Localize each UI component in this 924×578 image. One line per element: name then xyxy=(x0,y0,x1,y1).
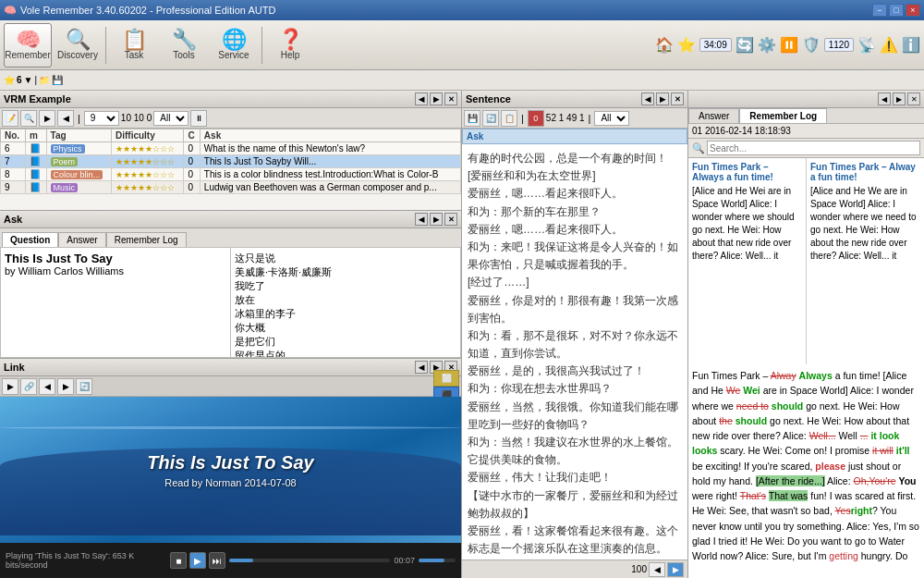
toolbar-help[interactable]: ❓ Help xyxy=(266,23,314,68)
sentence-btn-2[interactable]: 🔄 xyxy=(482,110,499,127)
vrm-btn-1[interactable]: 📝 xyxy=(2,110,18,127)
sentence-content[interactable]: 有趣的时代公园，总是一个有趣的时间！ [爱丽丝和和为在太空世界] 爱丽丝，嗯……… xyxy=(462,144,687,560)
vrm-pause-btn[interactable]: ⏸ xyxy=(190,110,207,127)
vrm-count-display: 10 10 0 xyxy=(121,113,152,123)
rl-green-1: Always xyxy=(799,370,833,381)
table-row[interactable]: 9 📘 Music ★★★★★☆☆☆ 0 Ludwig van Beethove… xyxy=(1,181,461,194)
vrm-nav-prev[interactable]: ◀ xyxy=(415,92,428,105)
toolbar-task[interactable]: 📋 Task xyxy=(110,23,158,68)
link-btn-3[interactable]: ◀ xyxy=(39,378,55,395)
close-button[interactable]: × xyxy=(906,4,920,17)
refresh-icon[interactable]: 🔄 xyxy=(736,36,754,54)
discovery-label: Discovery xyxy=(57,50,98,60)
warning-icon[interactable]: ⚠️ xyxy=(880,36,898,54)
sentence-title: Sentence xyxy=(466,93,511,105)
right-panel: ◀ ▶ ✕ Answer Remember Log 01 2016-02-14 … xyxy=(688,91,924,578)
tab-answer[interactable]: Answer xyxy=(58,232,105,247)
table-row[interactable]: 8 📘 Colour blin... ★★★★★☆☆☆ 0 This is a … xyxy=(1,168,461,181)
right-content-area: Fun Times Park – Always a fun time! [Ali… xyxy=(688,158,924,364)
ask-tab-bar: Question Answer Remember Log xyxy=(0,228,461,247)
audio-play-btn[interactable]: ▶ xyxy=(189,552,206,569)
rl-text-1: Fun Times Park – xyxy=(692,370,771,381)
vrm-toolbar: 📝 🔍 ▶ ◀ | 91011 10 10 0 All ⏸ xyxy=(0,108,461,129)
titlebar-controls[interactable]: − □ × xyxy=(872,4,920,17)
link-toolbar: ▶ 🔗 ◀ ▶ 🔄 ⬜ ⬛ xyxy=(0,376,461,397)
right-nav-prev[interactable]: ◀ xyxy=(878,92,891,105)
search-input[interactable] xyxy=(707,141,920,155)
link-img-title: This Is Just To Say xyxy=(147,452,313,473)
toolbar-remember[interactable]: 🧠 Remember xyxy=(4,23,52,68)
cell-difficulty: ★★★★★☆☆☆ xyxy=(111,142,183,155)
pause-icon[interactable]: ⏸️ xyxy=(780,36,798,54)
cell-c: 0 xyxy=(184,142,200,155)
maximize-button[interactable]: □ xyxy=(889,4,904,17)
link-panel-header: Link ◀ ▶ ✕ xyxy=(0,359,461,376)
toolbar-service[interactable]: 🌐 Service xyxy=(210,23,258,68)
sentence-line: 和为：来吧！我保证这将是令人兴奋的！如果你害怕，只是喊或握着我的手。 xyxy=(468,239,682,274)
link-btn-1[interactable]: ▶ xyxy=(2,378,18,395)
vrm-btn-3[interactable]: ▶ xyxy=(39,110,55,127)
rl-strikethrough-9: That's xyxy=(740,490,766,501)
settings-icon[interactable]: ⚙️ xyxy=(758,36,776,54)
audio-volume-bar[interactable] xyxy=(419,559,456,562)
tab-answer[interactable]: Answer xyxy=(688,108,739,123)
sentence-btn-4[interactable]: 0 xyxy=(528,110,544,127)
tools-label: Tools xyxy=(173,50,194,60)
toolbar-tools[interactable]: 🔧 Tools xyxy=(160,23,208,68)
sentence-btn-3[interactable]: 📋 xyxy=(501,110,517,127)
tab-remember-log[interactable]: Remember Log xyxy=(739,108,827,123)
sentence-nav-next[interactable]: ▶ xyxy=(656,92,669,105)
ask-close[interactable]: ✕ xyxy=(444,213,457,226)
table-row[interactable]: 6 📘 Physics ★★★★★☆☆☆ 0 What is the name … xyxy=(1,142,461,155)
link-img-subtitle: Read by Norman 2014-07-08 xyxy=(147,477,313,488)
vrm-close[interactable]: ✕ xyxy=(444,92,457,105)
link-nav-prev[interactable]: ◀ xyxy=(415,361,428,374)
sentence-filter[interactable]: All xyxy=(594,111,629,126)
rl-text-9: Alice: xyxy=(825,475,854,486)
answer-col-2: Fun Times Park – Alway a fun time! [Alic… xyxy=(807,158,924,364)
table-row[interactable]: 7 📘 Poem ★★★★★☆☆☆ 0 This Is Just To Sayb… xyxy=(1,155,461,168)
link-btn-2[interactable]: 🔗 xyxy=(20,378,37,395)
right-nav-next[interactable]: ▶ xyxy=(893,92,906,105)
sentence-panel: Sentence ◀ ▶ ✕ 💾 🔄 📋 | 0 52 1 49 1 | All… xyxy=(462,91,688,578)
rl-text-10: were right! xyxy=(692,490,740,501)
titlebar: 🧠 Vole Remember 3.40.60202 - Professiona… xyxy=(0,0,924,20)
tab-question[interactable]: Question xyxy=(2,232,58,247)
vrm-btn-2[interactable]: 🔍 xyxy=(20,110,37,127)
ask-nav-prev[interactable]: ◀ xyxy=(415,213,428,226)
ask-nav-next[interactable]: ▶ xyxy=(430,213,443,226)
vrm-nav-next[interactable]: ▶ xyxy=(430,92,443,105)
cell-ask: What is the name of this Newton's law? xyxy=(200,142,460,155)
minimize-button[interactable]: − xyxy=(872,4,887,17)
vrm-filter-select[interactable]: All xyxy=(153,111,188,126)
sentence-close[interactable]: ✕ xyxy=(671,92,684,105)
sentence-footer-btn-2[interactable]: ▶ xyxy=(667,562,684,577)
sentence-btn-1[interactable]: 💾 xyxy=(464,110,480,127)
info-icon[interactable]: ℹ️ xyxy=(902,36,920,54)
star-icon[interactable]: ⭐ xyxy=(677,36,696,54)
remember-log-content[interactable]: Fun Times Park – Alway Always a fun time… xyxy=(688,364,924,578)
home-icon[interactable]: 🏠 xyxy=(655,36,674,54)
sentence-line: 爱丽丝，当然，我很饿。你知道我们能在哪里吃到一些好的食物吗？ xyxy=(468,399,682,434)
link-expand[interactable]: ⬜ xyxy=(433,370,459,387)
audio-progress-bar[interactable] xyxy=(229,559,390,562)
rl-highlight-3: That was xyxy=(769,490,808,501)
link-btn-5[interactable]: 🔄 xyxy=(76,378,92,395)
toolbar-discovery[interactable]: 🔍 Discovery xyxy=(54,23,102,68)
audio-next-btn[interactable]: ⏭ xyxy=(209,552,225,569)
sub-toolbar-icon-2[interactable]: 📁 xyxy=(39,75,50,85)
main-toolbar: 🧠 Remember 🔍 Discovery 📋 Task 🔧 Tools 🌐 … xyxy=(0,20,924,70)
sentence-line: 爱丽丝，嗯……看起来很吓人。 xyxy=(468,221,682,239)
link-btn-4[interactable]: ▶ xyxy=(57,378,74,395)
sentence-footer-btn-1[interactable]: ◀ xyxy=(649,562,665,577)
sub-toolbar-icon-3[interactable]: 💾 xyxy=(52,75,63,85)
vrm-btn-4[interactable]: ◀ xyxy=(57,110,74,127)
tab-remember-log[interactable]: Remember Log xyxy=(106,232,187,247)
audio-stop-btn[interactable]: ■ xyxy=(170,552,187,569)
right-close[interactable]: ✕ xyxy=(907,92,920,105)
audio-info: Playing 'This Is Just To Say': 653 K bit… xyxy=(6,551,166,570)
antenna-icon[interactable]: 📡 xyxy=(857,36,876,54)
shield-icon[interactable]: 🛡️ xyxy=(802,36,821,54)
vrm-num-select[interactable]: 91011 xyxy=(84,111,119,126)
sentence-nav-prev[interactable]: ◀ xyxy=(641,92,654,105)
